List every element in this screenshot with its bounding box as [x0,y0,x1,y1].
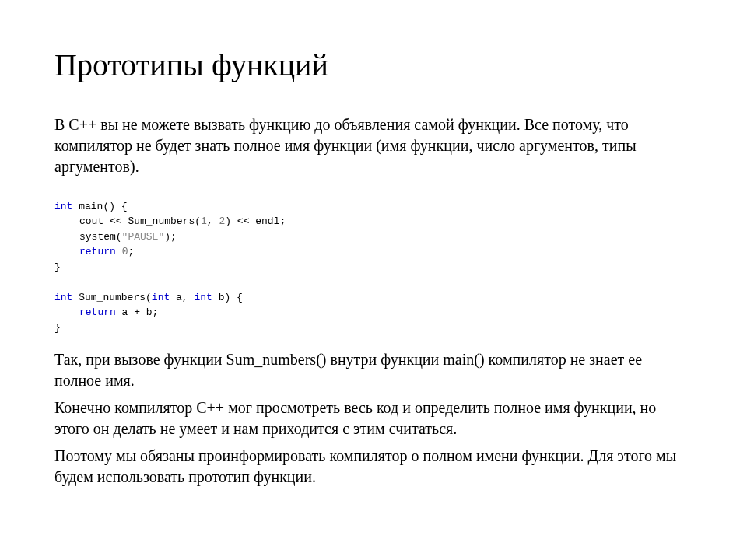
code-text: cout << Sum_numbers( [79,215,201,227]
code-text: system( [79,231,122,243]
code-text: main() { [72,201,127,212]
intro-paragraph: В C++ вы не можете вызвать функцию до об… [54,114,693,177]
explanation-paragraph-2: Конечно компилятор C++ мог просмотреть в… [54,397,693,439]
code-text: } [54,322,61,334]
code-text: a, [170,292,194,303]
code-string: "PAUSE" [122,231,165,243]
code-text: b) { [212,292,243,303]
code-text: } [54,261,61,273]
code-keyword: return [79,246,116,257]
code-text: Sum_numbers( [72,292,151,303]
code-keyword: int [152,292,170,303]
code-text: a + b; [116,306,159,318]
code-keyword: int [194,292,212,303]
explanation-paragraph-3: Поэтому мы обязаны проинформировать комп… [54,446,693,488]
code-text: ); [164,231,177,243]
explanation-paragraph-1: Так, при вызове функции Sum_numbers() вн… [54,349,693,391]
code-example: int main() { cout << Sum_numbers(1, 2) <… [54,184,693,335]
code-keyword: int [54,292,72,303]
code-keyword: int [54,201,72,212]
code-number: 1 [201,215,207,227]
page-title: Прототипы функций [54,47,693,83]
code-keyword: return [79,306,116,318]
code-text: ) << endl; [225,215,286,227]
code-text: ; [128,246,134,257]
code-text: , [207,215,219,227]
code-text [116,246,122,257]
